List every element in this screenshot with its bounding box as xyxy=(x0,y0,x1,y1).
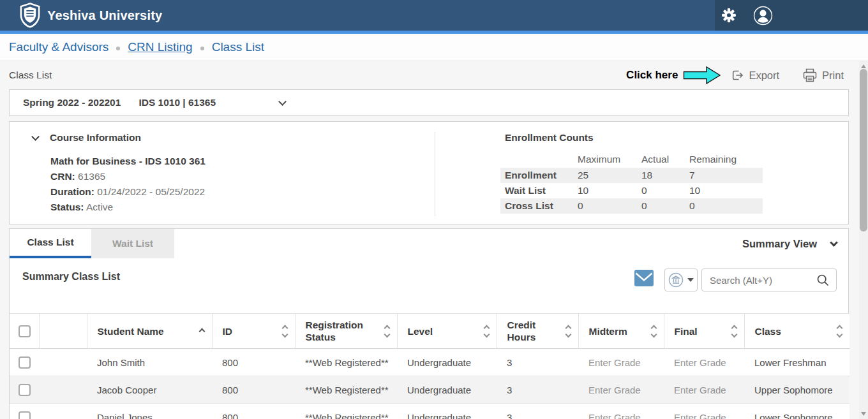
select-all-checkbox[interactable] xyxy=(19,325,31,337)
brand-name: Yeshiva University xyxy=(47,8,162,23)
caret-down-icon xyxy=(687,278,694,282)
col-level[interactable]: Level xyxy=(397,314,497,349)
tab-wait-list[interactable]: Wait List xyxy=(91,229,174,258)
row-checkbox[interactable] xyxy=(19,357,31,369)
col-registration-status[interactable]: Registration Status xyxy=(295,314,397,349)
view-selector[interactable]: Summary View xyxy=(742,238,837,250)
annotation-arrow xyxy=(683,65,721,85)
university-shield-logo xyxy=(19,3,41,28)
col-credit-hours[interactable]: Credit Hours xyxy=(497,314,578,349)
class-list-panel: Class List Wait List Summary View Summar… xyxy=(9,228,849,419)
search-box xyxy=(701,268,837,291)
scrollbar-thumb[interactable] xyxy=(860,69,867,232)
table-row[interactable]: Daniel Jones 800 **Web Registered** Unde… xyxy=(10,404,849,419)
course-crn-line: CRN: 61365 xyxy=(50,169,206,184)
ec-row-waitlist: Wait List 10 0 10 xyxy=(500,183,763,198)
email-icon[interactable] xyxy=(634,270,654,286)
breadcrumb-class-list[interactable]: Class List xyxy=(212,40,264,54)
enrollment-counts-heading: Enrollment Counts xyxy=(505,132,594,143)
sort-icons xyxy=(566,326,571,337)
course-title: Math for Business - IDS 1010 361 xyxy=(50,154,206,169)
class-list-table: Student Name ID Registration Status Leve… xyxy=(10,313,849,419)
course-value: IDS 1010 | 61365 xyxy=(138,97,216,108)
tab-class-list[interactable]: Class List xyxy=(10,229,91,256)
sort-icons xyxy=(484,326,489,337)
active-tab-underline xyxy=(10,256,91,258)
col-final[interactable]: Final xyxy=(664,314,744,349)
breadcrumb-separator xyxy=(116,47,120,50)
course-duration-line: Duration: 01/24/2022 - 05/25/2022 xyxy=(50,184,206,200)
collapse-chevron-icon[interactable] xyxy=(31,133,40,141)
col-student-name[interactable]: Student Name xyxy=(87,314,212,349)
scrollbar-up-arrow[interactable] xyxy=(861,64,866,68)
enter-grade-link[interactable]: Enter Grade xyxy=(578,404,664,419)
breadcrumb-separator xyxy=(200,47,204,50)
enter-grade-link[interactable]: Enter Grade xyxy=(664,349,744,376)
col-class[interactable]: Class xyxy=(744,314,849,349)
ec-col-actual: Actual xyxy=(637,151,685,168)
enrollment-counts-table: Maximum Actual Remaining Enrollment 25 1… xyxy=(500,151,763,214)
app-header: Yeshiva University xyxy=(0,0,868,31)
bank-columns-icon xyxy=(668,272,684,288)
vertical-divider xyxy=(435,132,435,216)
course-information-heading: Course Information xyxy=(50,132,141,143)
print-button[interactable]: Print xyxy=(802,68,844,82)
sort-icons xyxy=(837,326,842,337)
settings-gear-icon[interactable] xyxy=(721,8,737,23)
header-tools-section xyxy=(715,0,868,31)
tools-dropdown-button[interactable] xyxy=(664,268,698,291)
ec-row-enrollment: Enrollment 25 18 7 xyxy=(500,168,763,183)
ec-col-remaining: Remaining xyxy=(685,151,763,168)
ec-row-crosslist: Cross List 0 0 0 xyxy=(500,198,763,214)
page-title: Class List xyxy=(9,70,52,81)
export-label: Export xyxy=(749,70,779,82)
enter-grade-link[interactable]: Enter Grade xyxy=(664,404,744,419)
export-button[interactable]: Export xyxy=(730,68,779,82)
search-input[interactable] xyxy=(710,275,816,286)
breadcrumb-crn-listing[interactable]: CRN Listing xyxy=(128,40,192,54)
scrollbar-down-arrow[interactable] xyxy=(861,412,866,416)
search-icon[interactable] xyxy=(816,274,830,287)
print-label: Print xyxy=(822,70,844,82)
sort-icons xyxy=(652,326,656,337)
enter-grade-link[interactable]: Enter Grade xyxy=(664,376,744,404)
page-toolbar: Class List Click here Export Print xyxy=(9,61,844,89)
summary-class-list-title: Summary Class List xyxy=(22,271,120,283)
table-row[interactable]: John Smith 800 **Web Registered** Underg… xyxy=(10,349,849,376)
chevron-down-icon[interactable] xyxy=(278,98,287,106)
breadcrumb-faculty-advisors[interactable]: Faculty & Advisors xyxy=(9,40,108,54)
enter-grade-link[interactable]: Enter Grade xyxy=(578,376,664,404)
export-icon xyxy=(730,68,744,82)
chevron-down-icon xyxy=(830,239,838,247)
brand: Yeshiva University xyxy=(0,3,162,28)
row-checkbox[interactable] xyxy=(19,384,31,396)
sort-icons xyxy=(283,326,287,337)
col-midterm[interactable]: Midterm xyxy=(578,314,664,349)
table-header-row: Student Name ID Registration Status Leve… xyxy=(10,314,849,349)
breadcrumb: Faculty & Advisors CRN Listing Class Lis… xyxy=(0,34,868,61)
enter-grade-link[interactable]: Enter Grade xyxy=(578,349,664,376)
course-information-panel: Course Information Math for Business - I… xyxy=(9,121,849,224)
table-row[interactable]: Jacob Cooper 800 **Web Registered** Unde… xyxy=(10,376,849,404)
course-status-line: Status: Active xyxy=(50,200,206,215)
sort-icons xyxy=(732,326,737,337)
row-checkbox[interactable] xyxy=(19,411,31,419)
print-icon xyxy=(802,68,818,82)
page-scrollbar[interactable] xyxy=(859,61,868,419)
col-id[interactable]: ID xyxy=(212,314,295,349)
term-value: Spring 2022 - 202201 xyxy=(23,97,121,108)
view-selector-label: Summary View xyxy=(742,238,817,250)
user-profile-icon[interactable] xyxy=(753,6,773,26)
sort-icons xyxy=(385,326,389,337)
click-here-annotation: Click here xyxy=(626,69,678,82)
sort-asc-icon xyxy=(198,328,205,334)
ec-col-maximum: Maximum xyxy=(573,151,637,168)
term-selector-bar[interactable]: Spring 2022 - 202201 IDS 1010 | 61365 xyxy=(9,89,849,116)
